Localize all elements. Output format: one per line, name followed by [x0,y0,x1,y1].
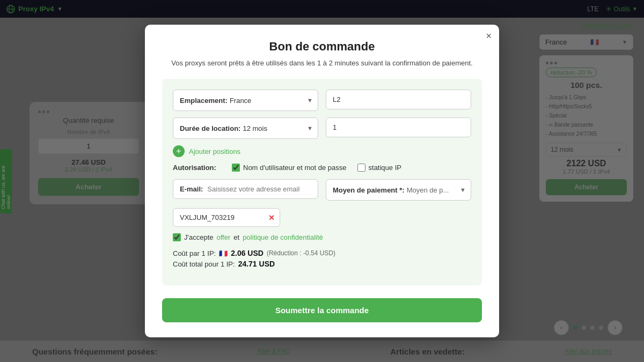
modal-close-button[interactable]: × [486,31,492,41]
email-field-wrapper[interactable]: E-mail: [173,179,318,199]
promo-code-input[interactable] [173,208,280,227]
email-label: E-mail: [180,185,203,193]
promo-input-wrapper: ✕ [173,208,280,227]
auth-static-label: statique IP [369,164,401,172]
add-positions-label: Ajouter positions [189,147,240,156]
cost-per-ip-discount: (Réduction : -0.54 USD) [267,249,335,257]
add-positions-button[interactable]: + Ajouter positions [173,145,471,157]
cost-per-ip-row: Coût par 1 IP: 🇫🇷 2.06 USD (Réduction : … [173,249,471,257]
terms-policy-link[interactable]: politique de confidentialité [243,233,323,241]
duration-select-wrapper[interactable]: Durée de location: 12 mois ▼ [173,117,318,139]
terms-text: J'accepte [184,233,214,241]
location-group: Emplacement: France ▼ [173,90,318,111]
payment-label: Moyen de paiement *: [333,186,405,194]
terms-offer-link[interactable]: offer [217,233,231,241]
auth-static-checkbox[interactable]: statique IP [357,164,401,172]
location-type-input[interactable] [326,90,471,109]
email-input[interactable] [207,185,311,193]
duration-group: Durée de location: 12 mois ▼ [173,117,318,139]
add-positions-icon: + [173,145,185,157]
duration-row: Durée de location: 12 mois ▼ [173,117,471,139]
promo-clear-button[interactable]: ✕ [268,213,275,222]
payment-select[interactable]: Moyen de p... [407,186,464,194]
location-row: Emplacement: France ▼ [173,90,471,111]
modal-overlay: × Bon de commande Vos proxys seront prêt… [0,0,644,362]
modal-subtitle: Vos proxys seront prêts à être utilisés … [162,58,482,69]
terms-and: et [233,233,239,241]
cost-total-row: Coût total pour 1 IP: 24.71 USD [173,260,471,268]
auth-username-label: Nom d'utilisateur et mot de passe [243,164,347,172]
auth-username-input[interactable] [232,164,240,172]
location-type-group [326,90,471,111]
location-label: Emplacement: [180,97,228,105]
cost-per-ip-value: 2.06 USD [231,249,264,257]
order-form-section: Emplacement: France ▼ Durée de location: [162,79,482,285]
auth-row: Autorisation: Nom d'utilisateur et mot d… [173,164,471,172]
promo-row: ✕ [173,208,471,227]
cost-total-value: 24.71 USD [238,260,275,268]
auth-static-input[interactable] [357,164,365,172]
duration-label: Durée de location: [180,124,240,132]
duration-select[interactable]: 12 mois [243,124,311,132]
quantity-input[interactable] [326,117,471,137]
quantity-group [326,117,471,139]
modal-title: Bon de commande [162,40,482,54]
terms-checkbox[interactable] [173,233,181,241]
payment-group: Moyen de paiement *: Moyen de p... ▼ [326,179,471,201]
cost-total-label: Coût total pour 1 IP: [173,260,235,268]
auth-username-checkbox[interactable]: Nom d'utilisateur et mot de passe [232,164,347,172]
location-select-wrapper[interactable]: Emplacement: France ▼ [173,90,318,111]
order-modal: × Bon de commande Vos proxys seront prêt… [145,25,499,338]
location-select[interactable]: France [230,97,311,105]
submit-order-button[interactable]: Soumettre la commande [162,298,482,322]
cost-per-ip-label: Coût par 1 IP: [173,249,216,257]
auth-label: Autorisation: [173,164,221,172]
email-group: E-mail: [173,179,318,201]
pricing-section: Coût par 1 IP: 🇫🇷 2.06 USD (Réduction : … [173,249,471,275]
payment-select-wrapper[interactable]: Moyen de paiement *: Moyen de p... ▼ [326,179,471,201]
cost-per-ip-flag: 🇫🇷 [219,249,228,257]
terms-row: J'accepte offer et politique de confiden… [173,233,471,241]
email-payment-row: E-mail: Moyen de paiement *: Moyen de p.… [173,179,471,201]
